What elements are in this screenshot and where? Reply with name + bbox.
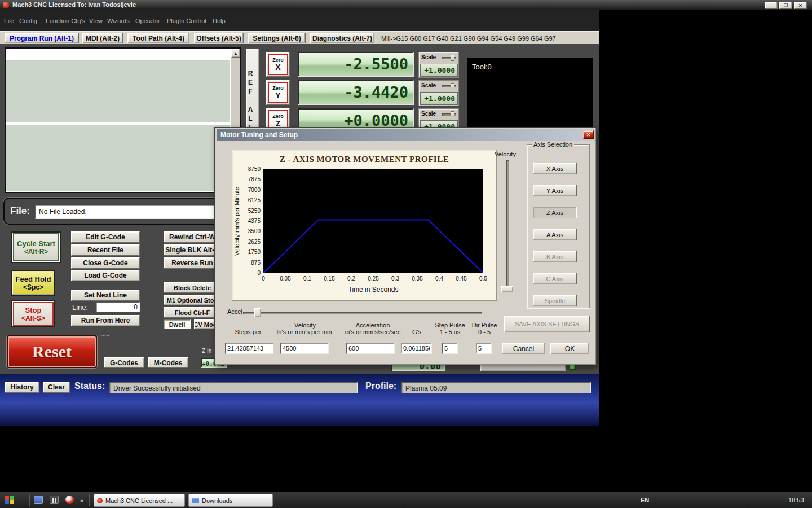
- dir-pulse-label: Dir Pulse: [467, 322, 502, 329]
- tab-diagnostics[interactable]: Diagnostics (Alt-7): [310, 33, 374, 43]
- step-pulse-label: Step Pulse: [432, 322, 468, 329]
- feed-hold-button[interactable]: Feed Hold <Spc>: [11, 270, 55, 296]
- line-input[interactable]: [96, 302, 140, 312]
- quick-launch-icon-3[interactable]: [65, 496, 74, 504]
- language-indicator[interactable]: EN: [641, 497, 649, 503]
- load-gcode-button[interactable]: Load G-Code: [71, 270, 140, 281]
- menu-config[interactable]: Config: [19, 17, 37, 24]
- dir-pulse-input[interactable]: [476, 343, 492, 354]
- mcodes-label: M-Codes: [154, 359, 183, 367]
- mcodes-button[interactable]: M-Codes: [148, 357, 188, 368]
- accel-slider-thumb[interactable]: [254, 308, 261, 317]
- taskbar-task-downloads[interactable]: Downloads: [188, 494, 273, 507]
- m1-optional-stop-label: M1 Optional Stop: [167, 297, 218, 304]
- dwell-button[interactable]: Dwell: [164, 319, 191, 329]
- x-tick-label: 0.3: [386, 275, 405, 282]
- run-from-here-button[interactable]: Run From Here: [71, 315, 140, 326]
- dialog-title: Motor Tuning and Setup: [220, 131, 298, 139]
- scale-x-slider-thumb[interactable]: [451, 55, 454, 61]
- accel-label: Accel: [227, 308, 242, 315]
- recent-file-button[interactable]: Recent File: [71, 244, 140, 256]
- scale-y-slider-thumb[interactable]: [451, 83, 454, 89]
- start-button[interactable]: [5, 496, 15, 505]
- dialog-close-button[interactable]: ✕: [583, 130, 594, 139]
- x-axis-button[interactable]: X Axis: [533, 163, 577, 174]
- zero-y-button[interactable]: Zero Y: [266, 80, 290, 105]
- minimize-button[interactable]: –: [765, 2, 778, 9]
- gs-input[interactable]: [401, 343, 432, 354]
- zero-y-inner: Zero Y: [268, 82, 288, 103]
- x-axis-button-label: X Axis: [546, 165, 564, 172]
- quick-launch-icon-2[interactable]: [50, 496, 59, 504]
- scale-z-slider-thumb[interactable]: [451, 111, 454, 117]
- restore-button[interactable]: ❐: [779, 2, 792, 9]
- tab-settings[interactable]: Settings (Alt-6): [248, 33, 306, 43]
- steps-per-input[interactable]: [225, 343, 273, 354]
- y-axis-button[interactable]: Y Axis: [533, 185, 577, 196]
- accel-slider-track[interactable]: [243, 312, 482, 314]
- mach3-task-icon: [97, 498, 103, 503]
- save-axis-settings-button[interactable]: SAVE AXIS SETTINGS: [504, 316, 590, 332]
- tab-mdi[interactable]: MDI (Alt-2): [82, 33, 123, 43]
- velocity-slider-thumb[interactable]: [501, 286, 513, 292]
- stop-button[interactable]: Stop <Alt-S>: [11, 300, 55, 327]
- menu-view[interactable]: View: [89, 17, 103, 24]
- set-next-line-label: Set Next Line: [84, 291, 127, 299]
- close-gcode-label: Close G-Code: [83, 259, 127, 267]
- tool-label: Tool:0: [472, 63, 492, 71]
- menu-file[interactable]: File: [4, 17, 14, 24]
- start-flag-red: [5, 496, 9, 500]
- m1-optional-stop-button[interactable]: M1 Optional Stop: [164, 295, 221, 305]
- tab-program-run[interactable]: Program Run (Alt-1): [5, 33, 79, 43]
- step-pulse-input[interactable]: [442, 343, 458, 354]
- ok-label: OK: [565, 345, 575, 353]
- dialog-titlebar[interactable]: Motor Tuning and Setup ✕: [217, 129, 595, 141]
- history-button[interactable]: History: [5, 382, 39, 393]
- velocity-input[interactable]: [280, 343, 329, 354]
- run-from-here-label: Run From Here: [81, 317, 130, 325]
- cancel-button[interactable]: Cancel: [502, 343, 545, 354]
- z-axis-button[interactable]: Z Axis: [533, 207, 577, 218]
- ok-button[interactable]: OK: [550, 343, 589, 354]
- clear-button[interactable]: Clear: [43, 382, 70, 393]
- taskbar-task-mach3[interactable]: Mach3 CNC Licensed ...: [94, 494, 185, 507]
- acceleration-input[interactable]: [346, 343, 395, 354]
- reset-button[interactable]: Reset: [7, 335, 97, 368]
- velocity-slider-track[interactable]: [506, 160, 509, 291]
- tab-tool-path[interactable]: Tool Path (Alt-4): [127, 33, 189, 43]
- a-axis-button[interactable]: A Axis: [533, 229, 577, 240]
- tab-offsets[interactable]: Offsets (Alt-5): [194, 33, 244, 43]
- cycle-start-button[interactable]: Cycle Start <Alt-R>: [11, 231, 61, 263]
- close-gcode-button[interactable]: Close G-Code: [71, 257, 140, 269]
- line-label: Line:: [72, 303, 88, 312]
- rewind-button[interactable]: Rewind Ctrl-W: [164, 231, 221, 243]
- scroll-up-button[interactable]: ▲: [231, 49, 240, 58]
- tab-settings-label: Settings (Alt-6): [253, 34, 301, 42]
- quick-launch-icon-1[interactable]: [34, 496, 43, 504]
- menu-wizards[interactable]: Wizards: [107, 17, 130, 24]
- reverse-run-button[interactable]: Reverse Run: [164, 257, 221, 269]
- single-blk-button[interactable]: Single BLK Alt-N: [164, 244, 221, 256]
- set-next-line-button[interactable]: Set Next Line: [71, 290, 140, 301]
- menu-help[interactable]: Help: [213, 17, 226, 24]
- menu-operator[interactable]: Operator: [135, 17, 160, 24]
- y-axis-dro[interactable]: -3.4420: [298, 80, 414, 105]
- menu-function-cfgs[interactable]: Function Cfg's: [46, 17, 85, 24]
- chart-plot-area: [263, 169, 483, 273]
- gcodes-button[interactable]: G-Codes: [104, 357, 144, 368]
- y-tick-label: 4375: [232, 218, 261, 224]
- y-tick-label: 6125: [232, 197, 261, 203]
- menu-plugin-control[interactable]: PlugIn Control: [167, 17, 206, 24]
- b-axis-button: B Axis: [533, 251, 577, 262]
- flood-button[interactable]: Flood Ctrl-F: [164, 307, 221, 318]
- x-tick-label: 0.45: [452, 275, 471, 282]
- zero-x-button[interactable]: Zero X: [266, 52, 290, 77]
- status-label: Status:: [74, 381, 105, 391]
- taskbar-clock[interactable]: 18:53: [788, 497, 804, 503]
- close-button[interactable]: ✕: [794, 2, 807, 9]
- x-axis-dro[interactable]: -2.5500: [298, 52, 414, 77]
- block-delete-button[interactable]: Block Delete: [164, 282, 221, 293]
- reset-status-dots: .....: [100, 330, 110, 338]
- quick-launch-expand-icon[interactable]: »: [80, 497, 83, 503]
- edit-gcode-button[interactable]: Edit G-Code: [71, 231, 140, 243]
